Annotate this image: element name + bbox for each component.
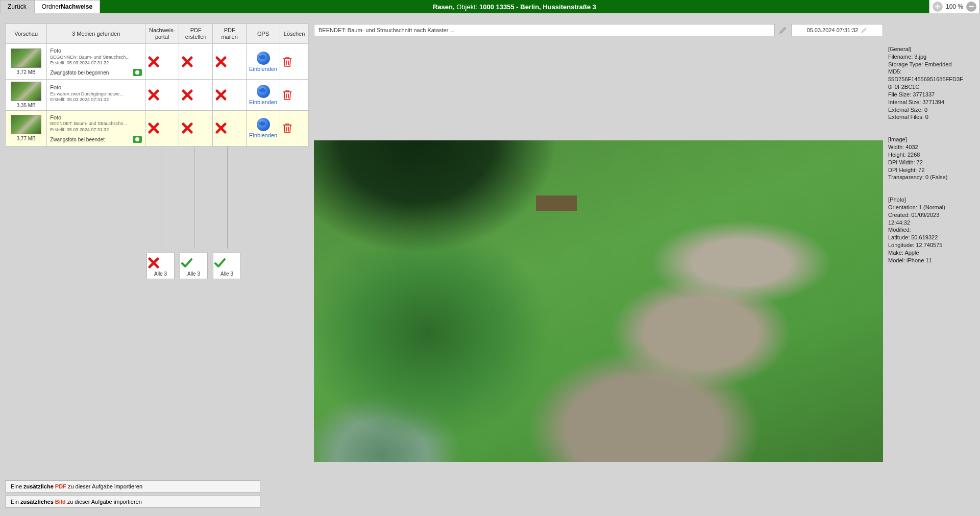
tab-back[interactable]: Zurück — [0, 0, 34, 13]
media-subtitle: BEGONNEN: Baum- und Strauchsch... — [50, 55, 142, 61]
x-icon — [214, 88, 228, 102]
col-desc[interactable]: 3 Medien gefunden — [47, 24, 145, 44]
pdf-mail-toggle[interactable] — [213, 111, 247, 146]
batch-label: Alle 3 — [220, 271, 233, 277]
gps-toggle[interactable]: Einblenden — [247, 44, 280, 80]
table-row[interactable]: 3,77 MBFotoBEENDET: Baum- und Strauchsch… — [6, 111, 309, 146]
pdf-create-toggle[interactable] — [179, 80, 213, 111]
x-icon — [147, 88, 160, 102]
gps-label: Einblenden — [249, 99, 277, 105]
description-cell[interactable]: FotoEs waren zwei Durchgänge notwe...Ers… — [47, 80, 145, 111]
col-portal[interactable]: Nachweis-portal — [145, 24, 179, 44]
import-pdf-button[interactable]: Eine zusätzliche PDF zu dieser Aufgabe i… — [5, 480, 260, 493]
tab-folder-nachweise[interactable]: Ordner Nachweise — [34, 0, 100, 13]
globe-icon — [257, 85, 270, 98]
x-icon — [214, 55, 228, 68]
gps-label: Einblenden — [249, 132, 277, 138]
media-note: Zwangsfoto bei beendet — [50, 136, 142, 143]
portal-toggle[interactable] — [145, 44, 179, 80]
x-icon — [181, 88, 194, 102]
media-created: Erstellt: 05.03.2024 07:31:32 — [50, 127, 142, 133]
file-size: 3,77 MB — [7, 136, 45, 141]
col-gps[interactable]: GPS — [247, 24, 280, 44]
media-created: Erstellt: 05.03.2024 07:31:32 — [50, 97, 142, 103]
zoom-controls: 100 % — [929, 0, 980, 13]
trash-icon — [282, 89, 293, 101]
thumbnail-cell[interactable]: 3,35 MB — [6, 80, 47, 111]
meta-general: [General] Filename: 3.jpg Storage Type: … — [888, 45, 975, 121]
pdf-create-toggle[interactable] — [179, 111, 213, 146]
globe-icon — [257, 118, 270, 131]
edit-caption-button[interactable] — [779, 26, 787, 34]
x-icon — [214, 121, 228, 135]
col-pdf-create[interactable]: PDFerstellen — [179, 24, 213, 44]
window-title: Rasen, Objekt: 1000 13355 - Berlin, Huss… — [100, 0, 929, 13]
col-pdf-mail[interactable]: PDFmailen — [213, 24, 247, 44]
delete-button[interactable] — [280, 44, 309, 80]
preview-date[interactable]: 05.03.2024 07:31:32 — [791, 24, 883, 36]
delete-button[interactable] — [280, 111, 309, 146]
media-title: Foto — [50, 114, 142, 121]
thumbnail — [11, 115, 41, 134]
connector-line — [227, 146, 228, 249]
media-title: Foto — [50, 47, 142, 54]
media-note: Zwangsfoto bei begonnen — [50, 69, 142, 76]
file-size: 3,72 MB — [7, 69, 45, 75]
meta-photo: [Photo] Orientation: 1 (Normal) Created:… — [888, 196, 975, 264]
batch-button-1[interactable]: Alle 3 — [180, 253, 208, 279]
import-image-button[interactable]: Ein zusätzliches Bild zu dieser Aufgabe … — [5, 496, 260, 508]
x-icon — [181, 55, 194, 68]
gps-toggle[interactable]: Einblenden — [247, 80, 280, 111]
batch-button-0[interactable]: Alle 3 — [146, 253, 175, 279]
delete-button[interactable] — [280, 80, 309, 111]
check-icon — [213, 256, 227, 269]
media-created: Erstellt: 05.03.2024 07:31:32 — [50, 60, 142, 66]
preview-image[interactable] — [314, 140, 883, 462]
pdf-create-toggle[interactable] — [179, 44, 213, 80]
x-icon — [147, 256, 160, 269]
minus-icon — [968, 4, 974, 10]
pencil-icon — [861, 27, 867, 33]
x-icon — [147, 55, 160, 68]
x-icon — [181, 121, 194, 135]
batch-button-2[interactable]: Alle 3 — [213, 253, 241, 279]
gps-toggle[interactable]: Einblenden — [247, 111, 280, 146]
thumbnail — [11, 48, 41, 68]
pdf-mail-toggle[interactable] — [213, 80, 247, 111]
batch-label: Alle 3 — [154, 271, 167, 277]
table-row[interactable]: 3,35 MBFotoEs waren zwei Durchgänge notw… — [6, 80, 309, 111]
pencil-icon — [779, 26, 787, 34]
camera-icon — [133, 136, 142, 143]
x-icon — [147, 121, 160, 135]
col-delete[interactable]: Löschen — [280, 24, 309, 44]
meta-image: [Image] Width: 4032 Height: 2268 DPI Wid… — [888, 136, 975, 181]
trash-icon — [282, 56, 293, 68]
portal-toggle[interactable] — [145, 111, 179, 146]
media-subtitle: Es waren zwei Durchgänge notwe... — [50, 91, 142, 97]
col-thumb[interactable]: Vorschau — [6, 24, 47, 44]
zoom-out-button[interactable] — [966, 2, 976, 12]
zoom-value: 100 % — [946, 3, 963, 10]
caption-input[interactable] — [314, 24, 775, 36]
trash-icon — [282, 122, 293, 134]
file-size: 3,35 MB — [7, 103, 45, 108]
globe-icon — [257, 52, 270, 65]
camera-icon — [133, 69, 142, 76]
portal-toggle[interactable] — [145, 80, 179, 111]
table-row[interactable]: 3,72 MBFotoBEGONNEN: Baum- und Strauchsc… — [6, 44, 309, 80]
zoom-in-button[interactable] — [933, 2, 943, 12]
metadata-panel: [General] Filename: 3.jpg Storage Type: … — [888, 23, 975, 511]
gps-label: Einblenden — [249, 66, 277, 72]
thumbnail-cell[interactable]: 3,77 MB — [6, 111, 47, 146]
pdf-mail-toggle[interactable] — [213, 44, 247, 80]
check-icon — [180, 256, 193, 269]
media-subtitle: BEENDET: Baum- und Strauchschn... — [50, 121, 142, 127]
plus-icon — [935, 4, 941, 10]
thumbnail-cell[interactable]: 3,72 MB — [6, 44, 47, 80]
batch-label: Alle 3 — [187, 271, 200, 277]
description-cell[interactable]: FotoBEENDET: Baum- und Strauchschn...Ers… — [47, 111, 145, 146]
connector-line — [161, 146, 161, 249]
connector-line — [194, 146, 194, 249]
description-cell[interactable]: FotoBEGONNEN: Baum- und Strauchsch...Ers… — [47, 44, 145, 80]
thumbnail — [11, 82, 41, 101]
